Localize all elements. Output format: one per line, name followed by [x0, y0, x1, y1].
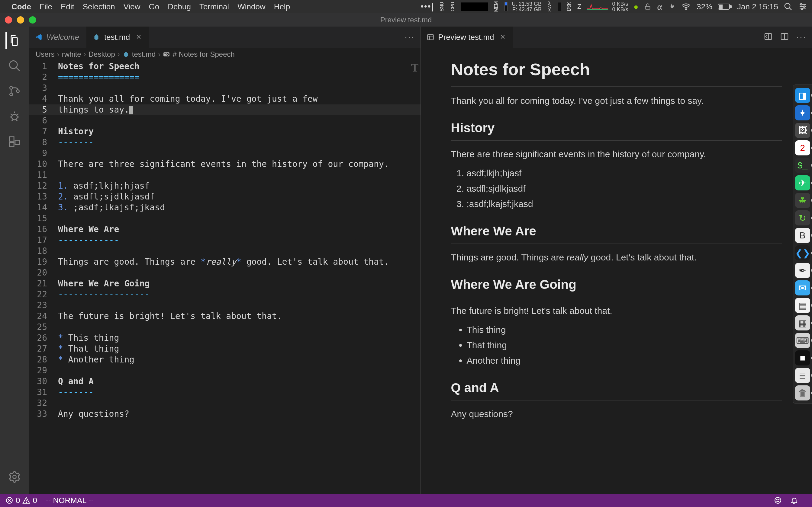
dock-maps[interactable]: ✈	[795, 175, 810, 190]
code-line[interactable]: 19Things are good. Things are *really* g…	[29, 257, 420, 267]
code-line[interactable]: 15	[29, 213, 420, 224]
code-line[interactable]: 21Where We Are Going	[29, 278, 420, 289]
menu-edit[interactable]: Edit	[61, 2, 74, 11]
activity-search[interactable]	[6, 57, 23, 74]
tab-testmd[interactable]: test.md ✕	[87, 26, 149, 48]
menubar-clock[interactable]: Jan 2 15:15	[737, 2, 778, 11]
code-line[interactable]: 6	[29, 115, 420, 126]
code-line[interactable]: 7History	[29, 126, 420, 137]
code-line[interactable]: 8-------	[29, 137, 420, 148]
code-editor[interactable]: T 1Notes for Speech2================34Th…	[29, 61, 420, 494]
code-line[interactable]: 31-------	[29, 387, 420, 398]
dock-finder[interactable]: ◨	[795, 88, 810, 103]
menu-help[interactable]: Help	[274, 2, 290, 11]
code-line[interactable]: 22------------------	[29, 289, 420, 300]
dock-b-app[interactable]: B	[795, 228, 810, 243]
menubar-scribble-icon[interactable]: α	[657, 1, 662, 12]
code-line[interactable]: 11	[29, 170, 420, 180]
activity-debug[interactable]	[6, 108, 23, 125]
dock-dark-square[interactable]: ■	[795, 350, 810, 365]
editor-more-actions-icon[interactable]: ···	[404, 32, 415, 42]
show-source-icon[interactable]	[764, 32, 773, 42]
menubar-wifi-icon[interactable]	[681, 2, 691, 11]
tab-welcome[interactable]: Welcome	[29, 26, 87, 48]
code-line[interactable]: 1Notes for Speech	[29, 61, 420, 72]
window-titlebar[interactable]: Preview test.md	[0, 13, 812, 26]
code-line[interactable]: 32	[29, 398, 420, 409]
status-problems[interactable]: 0 0	[5, 496, 37, 505]
dock-ink[interactable]: ✒	[795, 263, 810, 278]
menubar-flame-icon[interactable]	[668, 2, 675, 11]
tab-preview[interactable]: Preview test.md ✕	[421, 26, 513, 48]
breadcrumb-seg[interactable]: Desktop	[89, 50, 115, 59]
menubar-status-dot-icon[interactable]: ●	[634, 2, 639, 11]
menu-debug[interactable]: Debug	[168, 2, 191, 11]
tab-close-button[interactable]: ✕	[500, 33, 505, 41]
code-line[interactable]: 4Thank you all for coming today. I've go…	[29, 94, 420, 104]
breadcrumb-seg[interactable]: test.md	[132, 50, 156, 59]
menu-file[interactable]: File	[40, 2, 52, 11]
code-line[interactable]: 5things to say.	[29, 104, 420, 115]
dock-safari[interactable]: ✦	[795, 105, 810, 120]
code-line[interactable]: 29	[29, 365, 420, 376]
dock-preview[interactable]: 🖼	[795, 123, 810, 138]
activity-extensions[interactable]	[6, 133, 23, 150]
code-line[interactable]: 143. ;asdf;lkajsf;jkasd	[29, 202, 420, 213]
menu-app[interactable]: Code	[11, 2, 31, 11]
code-line[interactable]: 25	[29, 322, 420, 333]
dock-calendar[interactable]: 2	[795, 140, 810, 156]
code-line[interactable]: 23	[29, 300, 420, 311]
code-line[interactable]: 30Q and A	[29, 376, 420, 387]
code-line[interactable]: 17------------	[29, 235, 420, 246]
split-editor-icon[interactable]	[780, 32, 789, 42]
menubar-dots-icon[interactable]: •••|	[420, 2, 434, 11]
code-line[interactable]: 20	[29, 267, 420, 278]
menu-selection[interactable]: Selection	[83, 2, 115, 11]
markdown-preview[interactable]: Notes for Speech Thank you all for comin…	[421, 48, 812, 494]
code-line[interactable]: 121. asdf;lkjh;hjasf	[29, 180, 420, 191]
menu-terminal[interactable]: Terminal	[199, 2, 229, 11]
code-line[interactable]: 27* That thing	[29, 343, 420, 354]
dock-trash[interactable]: 🗑	[795, 385, 810, 400]
window-minimize-button[interactable]	[17, 16, 24, 23]
menu-view[interactable]: View	[123, 2, 141, 11]
tab-close-button[interactable]: ✕	[136, 33, 141, 41]
status-bell-icon[interactable]	[790, 496, 798, 504]
activity-explorer[interactable]	[5, 32, 22, 49]
dock-doc[interactable]: ≣	[795, 368, 810, 383]
dock-leaf[interactable]: ☘	[795, 193, 810, 208]
status-feedback-icon[interactable]	[774, 496, 782, 504]
menubar-battery-icon[interactable]	[718, 3, 732, 10]
code-line[interactable]: 10There are three significant events in …	[29, 159, 420, 170]
menubar-lock-icon[interactable]	[644, 3, 652, 11]
dock-messages[interactable]: ✉	[795, 280, 810, 295]
dock-textedit[interactable]: ▤	[795, 298, 810, 313]
breadcrumb-seg[interactable]: Users	[36, 50, 55, 59]
dock-keyboard[interactable]: ⌨	[795, 333, 810, 348]
window-close-button[interactable]	[5, 16, 12, 23]
code-line[interactable]: 2================	[29, 72, 420, 83]
code-line[interactable]: 9	[29, 148, 420, 159]
code-line[interactable]: 26* This thing	[29, 333, 420, 343]
breadcrumb-seg[interactable]: # Notes for Speech	[172, 50, 235, 59]
code-line[interactable]: 24The future is bright! Let's talk about…	[29, 311, 420, 322]
activity-source-control[interactable]	[6, 83, 23, 100]
editor-more-actions-icon[interactable]: ···	[796, 32, 807, 42]
breadcrumb-seg[interactable]: rwhite	[62, 50, 81, 59]
menubar-control-center-icon[interactable]	[798, 2, 807, 11]
code-line[interactable]: 18	[29, 246, 420, 257]
minimap[interactable]: T	[406, 61, 420, 494]
window-zoom-button[interactable]	[29, 16, 36, 23]
dock-terminal[interactable]: $_	[795, 158, 810, 173]
dock-vscode[interactable]: ❮❯	[795, 245, 810, 261]
code-line[interactable]: 28* Another thing	[29, 354, 420, 365]
code-line[interactable]: 33Any questions?	[29, 409, 420, 419]
activity-settings[interactable]	[6, 468, 23, 485]
dock-qr[interactable]: ▦	[795, 315, 810, 331]
dock-cycle[interactable]: ↻	[795, 210, 810, 225]
code-line[interactable]: 16Where We Are	[29, 224, 420, 235]
code-line[interactable]: 3	[29, 83, 420, 94]
menu-window[interactable]: Window	[238, 2, 265, 11]
breadcrumbs[interactable]: Users› rwhite› Desktop› test.md› abc # N…	[29, 48, 420, 61]
code-line[interactable]: 132. asdfl;sjdlkjasdf	[29, 191, 420, 202]
